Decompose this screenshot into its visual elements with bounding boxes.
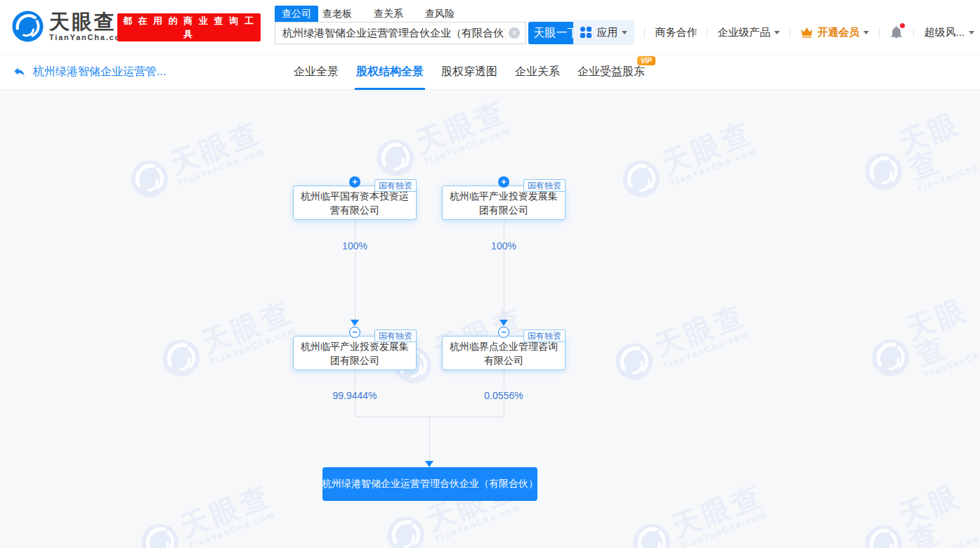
expand-plus-icon[interactable]: + [498,176,509,188]
arrow-down-icon [499,320,508,326]
watermark-text: 天眼查 [651,300,749,360]
search-tab-boss[interactable]: 查老板 [322,8,352,20]
watermark-subtext: TianYanCha.com [679,508,771,548]
tab-company-overview[interactable]: 企业全景 [294,55,339,89]
tab-company-relations[interactable]: 企业关系 [515,55,560,89]
chevron-down-icon [774,31,780,34]
watermark-text: 天眼查 [668,481,766,541]
nav-business-coop[interactable]: 商务合作 [655,26,697,39]
node-top-right-company[interactable]: + 国有独资 杭州临平产业投资发展集团有限公司 [442,185,566,220]
percent-label: 0.0556% [480,390,527,401]
search-input[interactable] [275,22,506,44]
nav-open-vip[interactable]: 开通会员 [800,26,869,39]
node-mid-left-company[interactable]: − 国有独资 杭州临平产业投资发展集团有限公司 [293,336,417,370]
company-name: 杭州临平产业投资发展集团有限公司 [297,339,412,367]
chevron-down-icon [863,31,869,34]
tab-equity-structure[interactable]: 股权结构全景 [356,55,424,89]
watermark-swirl-icon [135,516,185,548]
company-name: 杭州临平国有资本投资运营有限公司 [297,189,412,217]
expand-plus-icon[interactable]: + [349,176,360,188]
apps-grid-icon [580,27,592,38]
search-tab-relation[interactable]: 查关系 [374,8,403,20]
watermark: 天眼查TianYanCha.com [135,481,280,548]
watermark: 天眼查TianYanCha.com [156,296,301,384]
watermark-text: 天眼查 [895,470,980,548]
chevron-down-icon [969,31,974,34]
tab-beneficial-shareholders[interactable]: 企业受益股东 VIP [577,55,645,89]
page-tabs: 企业全景 股权结构全景 股权穿透图 企业关系 企业受益股东 VIP [294,55,645,89]
watermark-subtext: TianYanCha.com [915,152,980,194]
watermark: 天眼查TianYanCha.com [853,470,980,548]
watermark: 天眼查TianYanCha.com [616,117,761,204]
tab-equity-penetration[interactable]: 股权穿透图 [441,55,497,89]
watermark-subtext: TianYanCha.com [661,327,753,370]
watermark-subtext: TianYanCha.com [422,124,514,167]
watermark-text: 天眼查 [412,96,510,157]
breadcrumb[interactable]: 杭州绿港智储企业运营管... [13,55,166,89]
watermark-text: 天眼查 [197,296,296,357]
top-header: 天眼查 TianYanCha.com 都 在 用 的 商 业 查 询 工 具 国… [0,0,980,55]
watermark-swirl-icon [858,518,908,548]
divider [879,27,880,38]
watermark-subtext: TianYanCha.com [176,145,268,188]
search-tab-risk[interactable]: 查风险 [425,8,455,20]
state-owned-tag: 国有独资 [374,179,417,192]
watermark-text: 天眼查 [166,117,264,178]
header-nav: 应用 商务合作 企业级产品 开通会员 [573,20,974,45]
search-tab-company[interactable]: 查公司 [275,6,318,22]
promo-banner: 都 在 用 的 商 业 查 询 工 具 国家中小企业发展子基金旗下机构 [117,13,261,41]
connector-line [429,417,430,461]
watermark-subtext: TianYanCha.com [208,324,300,367]
search-block: 查公司 查老板 查关系 查风险 × 天眼一下 [275,6,584,44]
state-owned-tag: 国有独资 [374,330,417,342]
nav-super-risk[interactable]: 超级风... [924,26,974,39]
equity-diagram-canvas: 天眼查TianYanCha.com天眼查TianYanCha.com天眼查Tia… [0,90,980,548]
watermark-subtext: TianYanCha.com [922,338,980,380]
watermark: 天眼查TianYanCha.com [853,98,980,210]
breadcrumb-company-name: 杭州绿港智储企业运营管... [33,65,166,79]
watermark: 天眼查TianYanCha.com [627,481,771,548]
apps-label: 应用 [596,26,618,39]
clear-icon[interactable]: × [509,27,520,39]
notification-dot [900,23,905,28]
node-mid-right-company[interactable]: − 国有独资 杭州临界点企业管理咨询有限公司 [442,336,566,370]
crown-icon [800,27,814,38]
watermark: 天眼查TianYanCha.com [124,117,269,204]
tianyancha-logo[interactable]: 天眼查 TianYanCha.com [11,10,129,43]
watermark: 天眼查TianYanCha.com [860,284,980,396]
divider [790,27,790,38]
arrow-down-icon [351,320,359,326]
divider [913,27,914,38]
node-target-company[interactable]: 杭州绿港智储企业运营管理合伙企业（有限合伙） [322,467,537,501]
notification-bell[interactable] [889,25,903,40]
company-name: 杭州临平产业投资发展集团有限公司 [446,189,561,217]
node-top-left-company[interactable]: + 国有独资 杭州临平国有资本投资运营有限公司 [293,185,417,220]
divider [707,27,707,38]
watermark-subtext: TianYanCha.com [668,145,760,188]
apps-menu[interactable]: 应用 [573,20,634,45]
collapse-minus-icon[interactable]: − [498,327,509,338]
company-name: 杭州临界点企业管理咨询有限公司 [446,339,561,367]
nav-enterprise-products[interactable]: 企业级产品 [717,26,780,39]
back-arrow-icon [13,66,27,79]
page: 天眼查 TianYanCha.com 都 在 用 的 商 业 查 询 工 具 国… [0,0,980,548]
watermark-subtext: TianYanCha.com [187,508,279,548]
watermark-text: 天眼查 [176,481,275,541]
watermark-swirl-icon [124,153,175,204]
percent-label: 100% [338,240,372,252]
watermark-swirl-icon [609,336,660,386]
watermark-subtext: TianYanCha.com [433,501,525,544]
connector-line [504,220,504,320]
search-tabs: 查公司 查老板 查关系 查风险 [275,6,584,22]
watermark-swirl-icon [627,516,677,548]
state-owned-tag: 国有独资 [523,179,566,192]
divider [644,27,645,38]
state-owned-tag: 国有独资 [523,330,566,342]
watermark-swirl-icon [616,153,667,204]
collapse-minus-icon[interactable]: − [349,327,360,338]
percent-label: 99.9444% [328,390,381,401]
watermark: 天眼查TianYanCha.com [609,300,754,387]
watermark-text: 天眼查 [895,98,980,183]
promo-line2: 国家中小企业发展子基金旗下机构 [117,41,261,54]
watermark-swirl-icon [865,332,915,383]
